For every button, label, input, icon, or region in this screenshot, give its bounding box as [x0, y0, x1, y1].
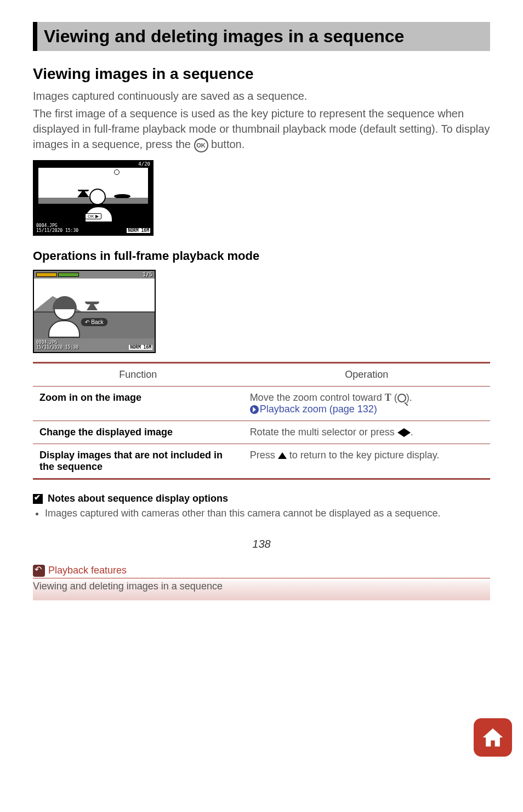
home-icon	[481, 725, 505, 749]
boat-icon	[79, 190, 88, 196]
ok-play-badge: OK ▶	[85, 213, 101, 219]
playback-zoom-link[interactable]: Playback zoom (page 132)	[260, 404, 377, 414]
lcd-preview-fullframe: 1/5 ↶ Back 0004.JPG 15/11/2020 15:30 NOR…	[33, 270, 156, 353]
lcd-scene: OK ▶	[38, 168, 148, 222]
table-header-function: Function	[33, 362, 243, 386]
page-number: 138	[33, 538, 490, 550]
person-icon	[54, 298, 80, 338]
section-heading-viewing: Viewing images in a sequence	[33, 65, 490, 83]
fn-zoom: Zoom in on the image	[33, 386, 243, 421]
notes-list: Images captured with cameras other than …	[33, 508, 490, 519]
playback-features-link[interactable]: Playback features	[48, 565, 127, 576]
boat-icon	[87, 302, 98, 310]
intro-text-1: Images captured continuously are saved a…	[33, 88, 490, 104]
lcd-preview-sequence: 4/20 OK ▶ 0004.JPG 15/11/2020 15:30 NORM…	[33, 160, 154, 236]
lcd-datetime: 15/11/2020 15:30	[36, 228, 78, 233]
up-arrow-icon	[278, 452, 287, 459]
footer-subtitle: Viewing and deleting images in a sequenc…	[33, 581, 223, 592]
progress-segment-2	[58, 272, 79, 277]
op-zoom: Move the zoom control toward T (). Playb…	[243, 386, 490, 421]
lcd-norm: NORM 16M	[127, 228, 150, 233]
intro-pre: The first image of a sequence is used as…	[33, 107, 490, 150]
left-arrow-icon	[397, 428, 404, 437]
magnify-icon	[397, 394, 406, 402]
fn-change-image: Change the displayed image	[33, 421, 243, 444]
back-badge: ↶ Back	[80, 317, 108, 327]
page-title: Viewing and deleting images in a sequenc…	[33, 22, 490, 51]
op-change-image: Rotate the multi selector or press .	[243, 421, 490, 444]
progress-segment-1	[36, 272, 57, 277]
lcd2-datetime: 15/11/2020 15:30	[36, 345, 78, 350]
lcd2-norm: NORM 16M	[129, 345, 152, 350]
section-heading-operations: Operations in full-frame playback mode	[33, 249, 490, 263]
lcd2-scene: ↶ Back	[34, 279, 155, 339]
intro-text-2: The first image of a sequence is used as…	[33, 106, 490, 152]
table-row: Change the displayed image Rotate the mu…	[33, 421, 490, 444]
ok-button-icon: OK	[194, 138, 208, 152]
notes-heading: Notes about sequence display options	[33, 493, 490, 504]
right-arrow-icon	[404, 428, 411, 437]
table-header-operation: Operation	[243, 362, 490, 386]
home-button[interactable]	[474, 718, 512, 757]
link-icon	[250, 405, 259, 414]
op-not-included: Press to return to the key picture displ…	[243, 444, 490, 479]
table-row: Zoom in on the image Move the zoom contr…	[33, 386, 490, 421]
table-row: Display images that are not included in …	[33, 444, 490, 479]
back-icon[interactable]	[33, 565, 45, 577]
intro-post: button.	[211, 138, 245, 150]
note-check-icon	[33, 494, 43, 504]
lcd-counter: 4/20	[33, 160, 154, 168]
fn-not-included: Display images that are not included in …	[33, 444, 243, 479]
lcd2-counter: 1/5	[143, 271, 152, 277]
lcd2-filename: 0004.JPG	[36, 340, 78, 345]
note-item: Images captured with cameras other than …	[45, 508, 490, 519]
operations-table: Function Operation Zoom in on the image …	[33, 362, 490, 480]
lcd-filename: 0004.JPG	[36, 223, 78, 228]
footer: Playback features Viewing and deleting i…	[33, 565, 490, 600]
